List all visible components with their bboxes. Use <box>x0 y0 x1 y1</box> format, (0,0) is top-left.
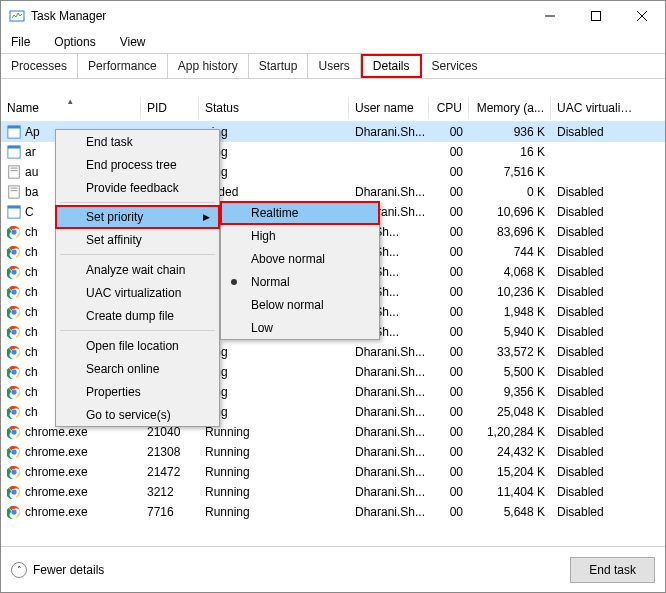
cell-mem: 33,572 K <box>469 343 551 361</box>
menu-file[interactable]: File <box>7 33 34 51</box>
svg-rect-8 <box>11 170 18 171</box>
cell-mem: 9,356 K <box>469 383 551 401</box>
cell-mem: 7,516 K <box>469 163 551 181</box>
ctx-set-priority[interactable]: Set priority▶ <box>55 205 220 229</box>
cell-status: Running <box>199 463 349 481</box>
process-icon <box>7 145 21 159</box>
svg-rect-11 <box>11 190 18 191</box>
ctx-set-affinity[interactable]: Set affinity <box>56 228 219 251</box>
cell-pid: 21308 <box>141 443 199 461</box>
process-name: ch <box>25 365 38 379</box>
process-icon <box>7 325 21 339</box>
menu-options[interactable]: Options <box>50 33 99 51</box>
ctx-separator <box>60 330 215 331</box>
cell-pid: 7716 <box>141 503 199 521</box>
cell-cpu: 00 <box>429 183 469 201</box>
svg-rect-7 <box>11 168 18 169</box>
process-name: ch <box>25 265 38 279</box>
svg-rect-13 <box>8 206 20 209</box>
process-name: chrome.exe <box>25 425 88 439</box>
priority-below-normal[interactable]: Below normal <box>221 293 379 316</box>
cell-user: Dharani.Sh... <box>349 463 429 481</box>
table-row[interactable]: chrome.exe21308RunningDharani.Sh...0024,… <box>1 442 665 462</box>
cell-status: Running <box>199 503 349 521</box>
end-task-button[interactable]: End task <box>570 557 655 583</box>
process-icon <box>7 445 21 459</box>
chevron-up-icon: ˄ <box>11 562 27 578</box>
process-name: au <box>25 165 38 179</box>
cell-mem: 744 K <box>469 243 551 261</box>
tab-users[interactable]: Users <box>308 54 360 78</box>
cell-cpu: 00 <box>429 383 469 401</box>
process-name: ch <box>25 385 38 399</box>
process-name: chrome.exe <box>25 465 88 479</box>
ctx-uac-virt[interactable]: UAC virtualization <box>56 281 219 304</box>
svg-rect-10 <box>11 188 18 189</box>
cell-status: ended <box>199 183 349 201</box>
priority-high[interactable]: High <box>221 224 379 247</box>
cell-mem: 10,696 K <box>469 203 551 221</box>
ctx-properties[interactable]: Properties <box>56 380 219 403</box>
col-uac[interactable]: UAC virtualizat... <box>551 97 641 119</box>
process-icon <box>7 245 21 259</box>
maximize-button[interactable] <box>573 1 619 31</box>
cell-user: Dharani.Sh... <box>349 503 429 521</box>
process-name: ch <box>25 285 38 299</box>
cell-status: Running <box>199 423 349 441</box>
table-row[interactable]: chrome.exe7716RunningDharani.Sh...005,64… <box>1 502 665 522</box>
ctx-go-to-service[interactable]: Go to service(s) <box>56 403 219 426</box>
tab-startup[interactable]: Startup <box>249 54 309 78</box>
priority-above-normal[interactable]: Above normal <box>221 247 379 270</box>
fewer-details-button[interactable]: ˄ Fewer details <box>11 562 570 578</box>
priority-normal[interactable]: Normal <box>221 270 379 293</box>
col-cpu[interactable]: CPU <box>429 97 469 119</box>
process-icon <box>7 265 21 279</box>
tab-processes[interactable]: Processes <box>1 54 78 78</box>
process-icon <box>7 205 21 219</box>
minimize-button[interactable] <box>527 1 573 31</box>
ctx-end-tree[interactable]: End process tree <box>56 153 219 176</box>
cell-mem: 4,068 K <box>469 263 551 281</box>
process-name: ba <box>25 185 38 199</box>
table-row[interactable]: chrome.exe3212RunningDharani.Sh...0011,4… <box>1 482 665 502</box>
ctx-search-online[interactable]: Search online <box>56 357 219 380</box>
cell-user: Dharani.Sh... <box>349 483 429 501</box>
cell-user: Dharani.Sh... <box>349 423 429 441</box>
menu-view[interactable]: View <box>116 33 150 51</box>
cell-status: Running <box>199 443 349 461</box>
cell-mem: 5,500 K <box>469 363 551 381</box>
cell-uac: Disabled <box>551 303 637 321</box>
tab-details[interactable]: Details <box>361 54 422 78</box>
col-mem[interactable]: Memory (a... <box>469 97 551 119</box>
close-button[interactable] <box>619 1 665 31</box>
ctx-analyze[interactable]: Analyze wait chain <box>56 258 219 281</box>
cell-status: ning <box>199 143 349 161</box>
ctx-end-task[interactable]: End task <box>56 130 219 153</box>
cell-mem: 24,432 K <box>469 443 551 461</box>
tab-performance[interactable]: Performance <box>78 54 168 78</box>
cell-status: Running <box>199 523 349 526</box>
table-row[interactable]: chrome.exe21472RunningDharani.Sh...0015,… <box>1 462 665 482</box>
ctx-dump[interactable]: Create dump file <box>56 304 219 327</box>
col-pid[interactable]: PID <box>141 97 199 119</box>
sort-asc-icon: ▴ <box>68 97 73 106</box>
tab-app-history[interactable]: App history <box>168 54 249 78</box>
cell-cpu: 00 <box>429 143 469 161</box>
tab-services[interactable]: Services <box>422 54 488 78</box>
priority-realtime[interactable]: Realtime <box>220 201 380 225</box>
col-status[interactable]: Status <box>199 97 349 119</box>
cell-cpu: 00 <box>429 223 469 241</box>
priority-low[interactable]: Low <box>221 316 379 339</box>
ctx-separator <box>60 254 215 255</box>
table-row[interactable]: chrome.exe1272RunningDharani.Sh...002,14… <box>1 522 665 526</box>
col-user[interactable]: User name <box>349 97 429 119</box>
ctx-feedback[interactable]: Provide feedback <box>56 176 219 199</box>
col-name[interactable]: Name▴ <box>1 97 141 119</box>
tabs: Processes Performance App history Startu… <box>1 53 665 79</box>
ctx-open-location[interactable]: Open file location <box>56 334 219 357</box>
app-icon <box>9 8 25 24</box>
window-title: Task Manager <box>31 9 527 23</box>
cell-user: Dharani.Sh... <box>349 123 429 141</box>
process-name: chrome.exe <box>25 525 88 526</box>
cell-mem: 5,648 K <box>469 503 551 521</box>
